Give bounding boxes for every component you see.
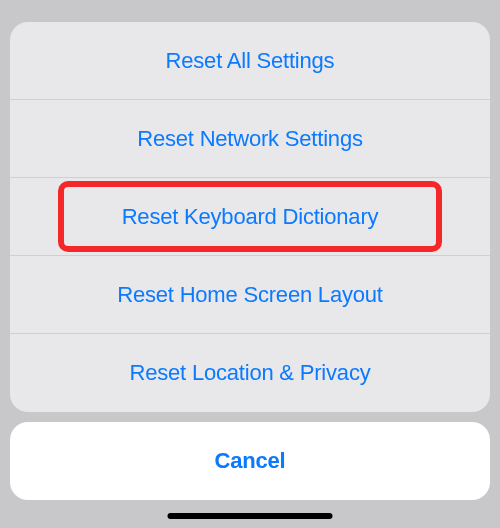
reset-network-settings[interactable]: Reset Network Settings [10, 100, 490, 178]
reset-location-privacy[interactable]: Reset Location & Privacy [10, 334, 490, 412]
reset-location-privacy-label: Reset Location & Privacy [130, 360, 371, 386]
reset-action-sheet: Reset All Settings Reset Network Setting… [10, 22, 490, 412]
reset-all-settings-label: Reset All Settings [166, 48, 335, 74]
home-indicator[interactable] [168, 513, 333, 519]
reset-keyboard-dictionary-label: Reset Keyboard Dictionary [122, 204, 379, 230]
reset-keyboard-dictionary[interactable]: Reset Keyboard Dictionary [10, 178, 490, 256]
reset-home-screen-layout-label: Reset Home Screen Layout [117, 282, 382, 308]
reset-home-screen-layout[interactable]: Reset Home Screen Layout [10, 256, 490, 334]
cancel-label: Cancel [215, 448, 286, 474]
reset-all-settings[interactable]: Reset All Settings [10, 22, 490, 100]
reset-network-settings-label: Reset Network Settings [137, 126, 362, 152]
cancel-button[interactable]: Cancel [10, 422, 490, 500]
